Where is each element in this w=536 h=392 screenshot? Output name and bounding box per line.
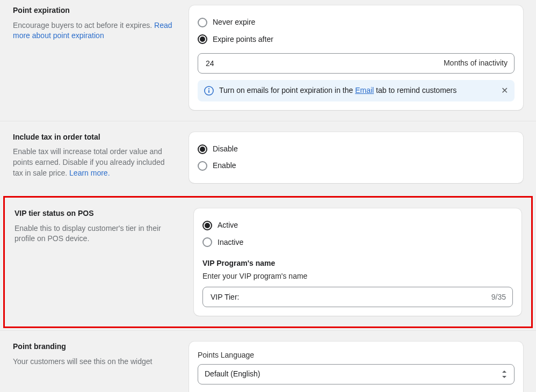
radio-icon bbox=[198, 161, 207, 171]
radio-vip-active[interactable]: Active bbox=[202, 217, 513, 234]
radio-label: Active bbox=[218, 220, 238, 231]
chevron-updown-icon bbox=[501, 371, 508, 378]
learn-more-link[interactable]: Learn more. bbox=[69, 169, 110, 177]
section-point-branding: Point branding Your customers will see t… bbox=[0, 330, 536, 392]
svg-point-1 bbox=[208, 88, 209, 89]
section-header: Point branding Your customers will see t… bbox=[0, 342, 189, 392]
radio-label: Disable bbox=[213, 144, 238, 155]
radio-icon bbox=[198, 18, 207, 27]
radio-icon bbox=[202, 221, 212, 230]
section-title: Point expiration bbox=[13, 5, 176, 16]
radio-expire-after[interactable]: Expire points after bbox=[198, 31, 515, 48]
section-desc: Enable tax will increase total order val… bbox=[13, 147, 176, 178]
radio-label: Expire points after bbox=[213, 34, 273, 45]
vip-program-name-input[interactable] bbox=[209, 292, 491, 302]
highlight-vip-tier: VIP tier status on POS Enable this to di… bbox=[3, 196, 533, 328]
section-header: VIP tier status on POS Enable this to di… bbox=[5, 208, 194, 316]
point-expiration-card: Never expire Expire points after Months … bbox=[189, 5, 523, 110]
email-tab-link[interactable]: Email bbox=[355, 86, 374, 95]
char-counter: 9/35 bbox=[491, 292, 506, 303]
radio-label: Inactive bbox=[218, 237, 243, 248]
section-header: Include tax in order total Enable tax wi… bbox=[0, 132, 189, 183]
info-icon bbox=[204, 86, 214, 96]
radio-vip-inactive[interactable]: Inactive bbox=[202, 234, 513, 251]
point-branding-card: Points Language Default (English) Points… bbox=[189, 342, 523, 392]
radio-label: Never expire bbox=[213, 17, 255, 28]
expire-months-input[interactable] bbox=[205, 59, 444, 68]
radio-enable-tax[interactable]: Enable bbox=[198, 157, 515, 175]
include-tax-card: Disable Enable bbox=[189, 132, 523, 183]
section-title: VIP tier status on POS bbox=[15, 208, 181, 219]
radio-icon bbox=[198, 144, 207, 154]
svg-rect-2 bbox=[208, 90, 209, 93]
points-language-label: Points Language bbox=[198, 350, 515, 361]
section-title: Point branding bbox=[13, 342, 176, 352]
section-desc: Encourage buyers to act before it expire… bbox=[13, 20, 176, 41]
vip-program-name-label: VIP Program's name bbox=[202, 258, 513, 269]
expire-months-input-wrap: Months of inactivity bbox=[198, 53, 515, 74]
info-banner: Turn on emails for point expiration in t… bbox=[198, 80, 515, 101]
section-header: Point expiration Encourage buyers to act… bbox=[0, 5, 189, 110]
radio-label: Enable bbox=[213, 161, 236, 171]
vip-tier-card: Active Inactive VIP Program's name Enter… bbox=[194, 208, 521, 316]
section-include-tax: Include tax in order total Enable tax wi… bbox=[0, 121, 536, 194]
radio-icon bbox=[198, 34, 207, 44]
radio-never-expire[interactable]: Never expire bbox=[198, 14, 515, 31]
radio-disable-tax[interactable]: Disable bbox=[198, 141, 515, 158]
vip-program-name-help: Enter your VIP program's name bbox=[202, 271, 513, 282]
section-title: Include tax in order total bbox=[13, 132, 176, 143]
vip-program-name-input-wrap: 9/35 bbox=[202, 287, 513, 307]
banner-text: Turn on emails for point expiration in t… bbox=[219, 85, 457, 96]
radio-icon bbox=[202, 237, 212, 247]
section-vip-tier: VIP tier status on POS Enable this to di… bbox=[5, 205, 531, 319]
section-desc: Enable this to display customer's tier i… bbox=[15, 223, 181, 244]
section-point-expiration: Point expiration Encourage buyers to act… bbox=[0, 0, 536, 121]
close-icon[interactable]: ✕ bbox=[501, 86, 508, 95]
input-suffix: Months of inactivity bbox=[444, 58, 508, 69]
select-value: Default (English) bbox=[205, 369, 260, 380]
points-language-select[interactable]: Default (English) bbox=[198, 364, 515, 384]
section-desc: Your customers will see this on the widg… bbox=[13, 357, 176, 367]
